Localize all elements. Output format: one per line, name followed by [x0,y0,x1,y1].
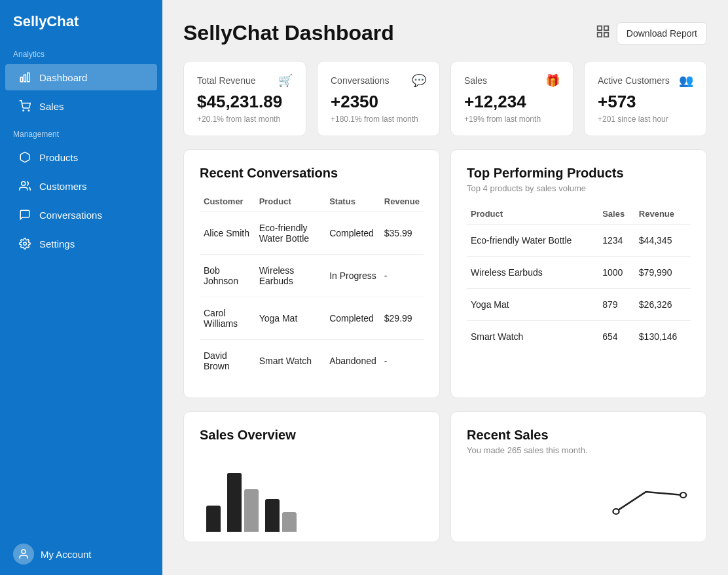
bar [244,489,259,532]
conv-revenue: - [380,340,424,382]
metric-label-3: Active Customers [598,75,670,86]
middle-panels: Recent Conversations Customer Product St… [183,149,707,398]
top-products-subtitle: Top 4 products by sales volume [467,183,691,193]
app-logo: SellyChat [0,0,162,41]
bottom-panels: Sales Overview Recent Sales You made 265… [183,411,707,542]
gear-icon [18,237,31,250]
svg-rect-11 [604,33,608,37]
metric-label-0: Total Revenue [197,75,256,86]
col-product: Product [255,191,326,212]
svg-rect-10 [598,33,602,37]
metric-conversations: Conversations 💬 +2350 +180.1% from last … [317,61,440,136]
metric-value-1: +2350 [331,92,426,112]
conv-customer: Carol Williams [200,297,255,340]
conv-icon: 💬 [412,73,426,88]
metric-total-revenue: Total Revenue 🛒 $45,231.89 +20.1% from l… [183,61,306,136]
conv-revenue: - [380,255,424,297]
metric-value-3: +573 [598,92,693,112]
nav-section-management: Management [0,121,162,143]
prod-col-product: Product [467,204,598,225]
table-row: Wireless Earbuds 1000 $79,990 [467,257,691,289]
table-row: Alice Smith Eco-friendly Water Bottle Co… [200,212,424,255]
conv-status: In Progress [325,255,380,297]
table-row: Carol Williams Yoga Mat Completed $29.99 [200,297,424,340]
conv-revenue: $35.99 [380,212,424,255]
table-row: Bob Johnson Wireless Earbuds In Progress… [200,255,424,297]
col-revenue: Revenue [380,191,424,212]
download-report-button[interactable]: Download Report [617,22,707,45]
recent-conversations-panel: Recent Conversations Customer Product St… [183,149,440,398]
prod-revenue: $130,146 [635,321,691,353]
prod-name: Wireless Earbuds [467,257,598,289]
col-status: Status [325,191,380,212]
svg-rect-0 [20,77,22,82]
conv-status: Abandoned [325,340,380,382]
products-table: Product Sales Revenue Eco-friendly Water… [467,204,691,352]
metric-sub-0: +20.1% from last month [197,115,293,124]
sidebar-item-conversations[interactable]: Conversations [5,202,157,228]
prod-col-sales: Sales [598,204,635,225]
bar-group [206,506,221,532]
bar [227,473,242,532]
svg-point-5 [22,181,26,185]
box-icon [18,151,31,164]
svg-point-4 [28,110,29,111]
svg-point-12 [613,509,619,514]
avatar [13,544,34,565]
prod-revenue: $44,345 [635,225,691,257]
sidebar-item-customers[interactable]: Customers [5,173,157,199]
main-content: SellyChat Dashboard Download Report Tota… [162,0,728,575]
my-account-button[interactable]: My Account [0,533,162,575]
cart-icon [18,100,31,113]
metric-label-1: Conversations [331,75,390,86]
conversations-table: Customer Product Status Revenue Alice Sm… [200,191,424,382]
svg-rect-1 [24,75,26,82]
metric-value-2: +12,234 [464,92,560,112]
report-icon [596,24,610,42]
conv-customer: David Brown [200,340,255,382]
customers-icon: 👥 [679,73,693,88]
person-icon [18,179,31,193]
sidebar: SellyChat Analytics Dashboard Sales Mana… [0,0,162,575]
table-row: Eco-friendly Water Bottle 1234 $44,345 [467,225,691,257]
table-row: Yoga Mat 879 $26,326 [467,289,691,321]
metric-sales: Sales 🎁 +12,234 +19% from last month [450,61,573,136]
revenue-icon: 🛒 [278,73,293,88]
sidebar-item-dashboard[interactable]: Dashboard [5,64,157,90]
header-actions: Download Report [596,22,707,45]
sidebar-item-products[interactable]: Products [5,144,157,170]
table-row: Smart Watch 654 $130,146 [467,321,691,353]
prod-sales: 879 [598,289,635,321]
prod-revenue: $79,990 [635,257,691,289]
line-chart [467,466,691,531]
svg-rect-9 [604,26,608,30]
conv-status: Completed [325,297,380,340]
recent-sales-subtitle: You made 265 sales this month. [467,445,691,455]
bar-chart [200,453,424,532]
svg-rect-8 [598,26,602,30]
metric-active-customers: Active Customers 👥 +573 +201 since last … [584,61,707,136]
sidebar-item-sales[interactable]: Sales [5,93,157,119]
svg-point-13 [680,492,686,498]
metrics-row: Total Revenue 🛒 $45,231.89 +20.1% from l… [183,61,707,136]
page-header: SellyChat Dashboard Download Report [183,21,707,45]
prod-name: Eco-friendly Water Bottle [467,225,598,257]
sidebar-item-settings[interactable]: Settings [5,231,157,257]
metric-value-0: $45,231.89 [197,92,293,112]
sales-overview-panel: Sales Overview [183,411,440,542]
bar [282,512,297,532]
metric-sub-1: +180.1% from last month [331,115,426,124]
conv-product: Eco-friendly Water Bottle [255,212,326,255]
conv-product: Wireless Earbuds [255,255,326,297]
prod-name: Yoga Mat [467,289,598,321]
bar-group [227,473,259,532]
svg-point-6 [24,242,27,246]
conv-status: Completed [325,212,380,255]
conv-product: Smart Watch [255,340,326,382]
svg-point-7 [22,549,26,553]
svg-point-3 [23,110,24,111]
prod-name: Smart Watch [467,321,598,353]
prod-sales: 1000 [598,257,635,289]
top-products-title: Top Performing Products [467,166,691,181]
chat-icon [18,208,31,221]
